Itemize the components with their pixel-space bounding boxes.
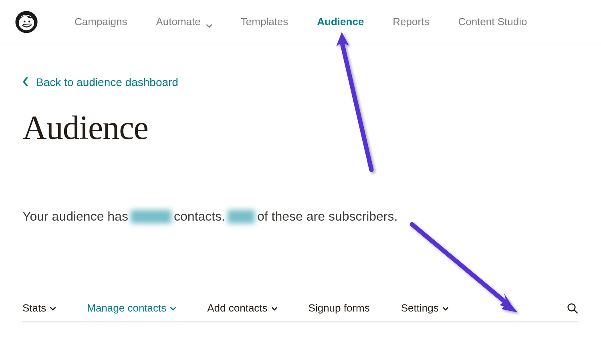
back-link[interactable]: Back to audience dashboard	[22, 76, 178, 89]
redacted-contacts-count	[131, 210, 171, 223]
subnav-item-manage-contacts[interactable]: Manage contacts	[87, 302, 176, 314]
svg-line-5	[574, 310, 578, 313]
subnav-item-stats[interactable]: Stats	[22, 302, 56, 314]
subnav-item-label: Stats	[22, 302, 46, 314]
chevron-left-icon	[22, 76, 29, 89]
page-content: Back to audience dashboard Audience Your…	[0, 44, 601, 322]
search-button[interactable]	[567, 302, 579, 314]
redacted-subscribers-count	[228, 210, 255, 223]
chevron-down-icon	[272, 302, 277, 314]
nav-item-campaigns[interactable]: Campaigns	[75, 16, 127, 28]
nav-item-content-studio[interactable]: Content Studio	[458, 16, 527, 28]
svg-point-2	[24, 20, 26, 22]
nav-item-label: Automate	[156, 16, 201, 28]
nav-item-label: Audience	[317, 16, 364, 28]
subnav-item-signup-forms[interactable]: Signup forms	[309, 302, 370, 314]
nav-item-templates[interactable]: Templates	[241, 16, 288, 28]
subnav-item-add-contacts[interactable]: Add contacts	[207, 302, 277, 314]
svg-point-4	[568, 304, 575, 311]
subnav-item-label: Add contacts	[207, 302, 267, 314]
back-link-label: Back to audience dashboard	[36, 76, 178, 89]
nav-item-label: Campaigns	[75, 16, 127, 28]
stat-mid: contacts.	[174, 209, 225, 224]
chevron-down-icon	[443, 302, 448, 314]
svg-point-1	[19, 16, 34, 30]
chevron-down-icon	[170, 302, 176, 314]
chevron-down-icon	[206, 19, 212, 25]
top-nav: Campaigns Automate Templates Audience Re…	[0, 0, 601, 44]
nav-item-automate[interactable]: Automate	[156, 16, 212, 28]
subnav-item-label: Signup forms	[309, 302, 370, 314]
nav-item-label: Reports	[393, 16, 429, 28]
stat-prefix: Your audience has	[22, 209, 128, 224]
subnav-item-label: Settings	[401, 302, 439, 314]
chevron-down-icon	[50, 302, 56, 314]
svg-point-3	[28, 20, 30, 22]
stat-suffix: of these are subscribers.	[257, 209, 397, 224]
audience-sub-toolbar: Stats Manage contacts Add contacts Signu…	[22, 302, 579, 322]
nav-item-audience[interactable]: Audience	[317, 16, 364, 28]
nav-item-label: Templates	[241, 16, 288, 28]
nav-links: Campaigns Automate Templates Audience Re…	[75, 16, 527, 28]
subnav-item-settings[interactable]: Settings	[401, 302, 448, 314]
brand-logo[interactable]	[14, 10, 38, 34]
audience-stat-line: Your audience has contacts. of these are…	[22, 209, 579, 224]
subnav-item-label: Manage contacts	[87, 302, 166, 314]
page-title: Audience	[22, 108, 579, 147]
nav-item-label: Content Studio	[458, 16, 527, 28]
nav-item-reports[interactable]: Reports	[393, 16, 429, 28]
